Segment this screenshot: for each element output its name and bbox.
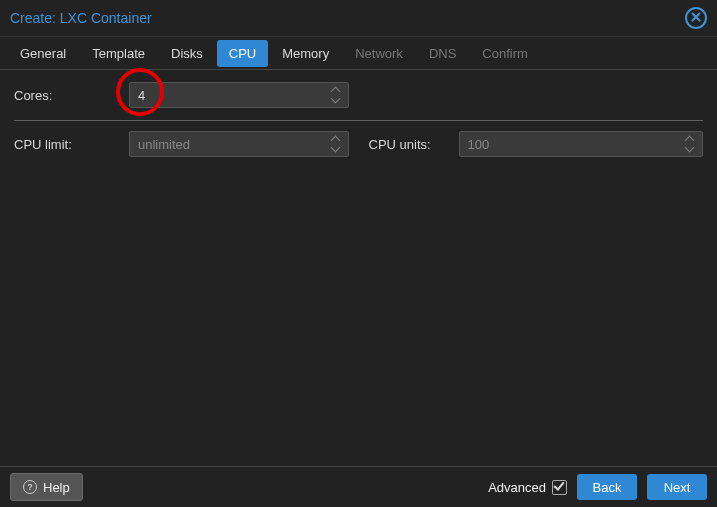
dialog-footer: ? Help Advanced Back Next [0, 466, 717, 507]
placeholder-cpu-units: 100 [468, 137, 490, 152]
dialog-header: Create: LXC Container [0, 0, 717, 37]
input-cpu-units[interactable]: 100 [459, 131, 704, 157]
advanced-toggle[interactable]: Advanced [488, 480, 567, 495]
field-cpu-limit: CPU limit: unlimited [14, 131, 349, 157]
cpu-form: Cores: 4 CPU limit: unlimited [0, 68, 717, 157]
tab-cpu[interactable]: CPU [217, 40, 268, 67]
help-button[interactable]: ? Help [10, 473, 83, 501]
tab-general[interactable]: General [8, 40, 78, 67]
tab-disks[interactable]: Disks [159, 40, 215, 67]
dialog-create-lxc-container: Create: LXC Container General Template D… [0, 0, 717, 507]
label-cores: Cores: [14, 88, 129, 103]
help-button-label: Help [43, 480, 70, 495]
input-cpu-limit[interactable]: unlimited [129, 131, 349, 157]
field-cpu-units: CPU units: 100 [369, 131, 704, 157]
tab-network: Network [343, 40, 415, 67]
spinner-icon[interactable] [330, 87, 340, 103]
separator [14, 120, 703, 121]
advanced-label: Advanced [488, 480, 546, 495]
dialog-title: Create: LXC Container [10, 10, 152, 26]
value-cores: 4 [138, 88, 145, 103]
placeholder-cpu-limit: unlimited [138, 137, 190, 152]
spinner-icon[interactable] [684, 136, 694, 152]
back-button[interactable]: Back [577, 474, 637, 500]
field-cores: Cores: 4 [14, 82, 349, 108]
input-cores[interactable]: 4 [129, 82, 349, 108]
tab-confirm: Confirm [470, 40, 540, 67]
tab-memory[interactable]: Memory [270, 40, 341, 67]
label-cpu-limit: CPU limit: [14, 137, 129, 152]
label-cpu-units: CPU units: [369, 137, 459, 152]
tab-template[interactable]: Template [80, 40, 157, 67]
close-icon[interactable] [685, 7, 707, 29]
next-button[interactable]: Next [647, 474, 707, 500]
help-icon: ? [23, 480, 37, 494]
tab-panel-cpu: Cores: 4 CPU limit: unlimited [0, 68, 717, 467]
spinner-icon[interactable] [330, 136, 340, 152]
wizard-tabs: General Template Disks CPU Memory Networ… [0, 37, 717, 70]
tab-dns: DNS [417, 40, 468, 67]
checkbox-icon[interactable] [552, 480, 567, 495]
